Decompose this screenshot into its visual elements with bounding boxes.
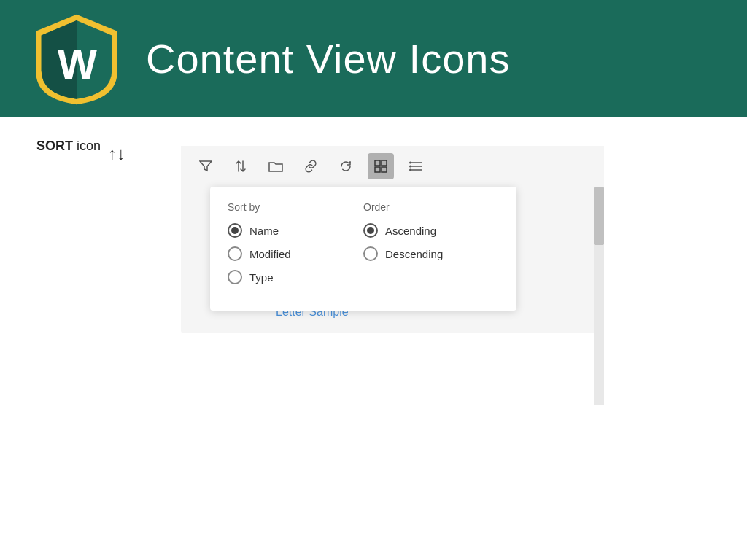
svg-point-8 — [409, 162, 411, 164]
header: W Content View Icons — [0, 0, 747, 117]
svg-text:W: W — [58, 41, 98, 88]
order-descending-label: Descending — [385, 248, 443, 260]
order-ascending-radio-inner — [367, 227, 374, 234]
order-label: Order — [363, 201, 499, 213]
order-column: Order Ascending Descending — [363, 201, 499, 293]
sort-arrows-icon: ↑↓ — [108, 144, 125, 164]
sort-dropdown: Sort by Name Modified Type — [210, 187, 516, 311]
sort-name-option[interactable]: Name — [228, 223, 363, 238]
svg-rect-4 — [382, 167, 387, 172]
sort-modified-radio[interactable] — [228, 246, 242, 261]
order-ascending-option[interactable]: Ascending — [363, 223, 499, 238]
svg-point-9 — [409, 166, 411, 168]
refresh-icon[interactable] — [333, 153, 359, 179]
order-descending-option[interactable]: Descending — [363, 246, 499, 261]
filter-icon[interactable] — [193, 153, 219, 179]
toolbar — [181, 146, 604, 187]
link-icon[interactable] — [298, 153, 324, 179]
order-ascending-label: Ascending — [385, 225, 436, 237]
sort-by-column: Sort by Name Modified Type — [228, 201, 363, 293]
sort-icon-btn[interactable] — [228, 153, 254, 179]
sort-type-radio[interactable] — [228, 270, 242, 284]
sort-by-label: Sort by — [228, 201, 363, 213]
sort-bold: SORT — [36, 139, 73, 153]
sort-type-option[interactable]: Type — [228, 270, 363, 284]
sort-name-radio[interactable] — [228, 223, 242, 238]
sort-name-label: Name — [249, 225, 279, 237]
sort-type-label: Type — [249, 271, 274, 284]
content-panel: Sort by Name Modified Type — [181, 146, 604, 333]
sort-modified-label: Modified — [249, 248, 291, 260]
svg-rect-3 — [375, 167, 380, 172]
wayne-state-logo: W — [29, 11, 124, 106]
svg-rect-1 — [375, 160, 380, 166]
sort-name-radio-inner — [231, 227, 239, 234]
order-ascending-radio[interactable] — [363, 223, 378, 238]
folder-icon[interactable] — [263, 153, 289, 179]
main-content: SORT icon ↑↓ — [0, 117, 747, 560]
order-descending-radio[interactable] — [363, 246, 378, 261]
list-icon[interactable] — [403, 153, 429, 179]
grid-icon[interactable] — [368, 153, 394, 179]
sort-rest: icon — [73, 139, 101, 153]
svg-rect-2 — [382, 160, 387, 166]
page-title: Content View Icons — [146, 35, 510, 82]
sort-modified-option[interactable]: Modified — [228, 246, 363, 261]
svg-point-10 — [409, 169, 411, 171]
